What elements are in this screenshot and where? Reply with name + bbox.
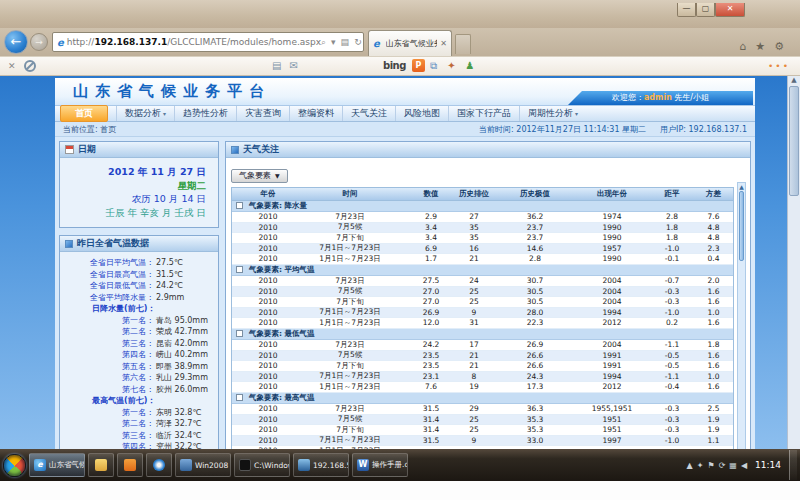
group-checkbox[interactable] bbox=[236, 266, 243, 273]
taskbar-button[interactable]: C:\Windows\s... bbox=[234, 453, 290, 477]
table-row[interactable]: 20107月5候31.42535.31951-0.31.9 bbox=[232, 415, 733, 426]
chevron-down-icon: ▾ bbox=[575, 110, 578, 117]
group-checkbox[interactable] bbox=[236, 202, 243, 209]
table-row[interactable]: 20107月23日27.52430.72004-0.72.0 bbox=[232, 276, 733, 287]
table-scrollbar[interactable]: ▲ bbox=[737, 182, 746, 449]
scrollbar-thumb[interactable] bbox=[789, 86, 799, 196]
browser-tab[interactable]: e 山东省气候业务平... ✕ bbox=[368, 30, 452, 56]
table-row[interactable]: 20107月1日～7月23日6.91614.61957-1.02.3 bbox=[232, 244, 733, 255]
paint-icon[interactable]: ✦ bbox=[447, 60, 455, 72]
browser-scrollbar[interactable]: ▲ bbox=[787, 76, 800, 449]
chevron-down-icon: ▾ bbox=[163, 110, 166, 117]
table-row[interactable]: 20107月5候23.52126.61991-0.51.6 bbox=[232, 351, 733, 362]
back-button[interactable]: ← bbox=[4, 30, 28, 54]
tray-icons: ▲✦⚑⟳▦◀ bbox=[687, 461, 747, 470]
arrow-up-icon[interactable]: ▲ bbox=[687, 461, 693, 470]
favorites-star-icon[interactable]: ★ bbox=[755, 40, 765, 53]
group-checkbox[interactable] bbox=[236, 330, 243, 337]
taskbar-button[interactable]: Win2008 (VS2... bbox=[175, 453, 231, 477]
forward-button[interactable]: → bbox=[30, 33, 48, 51]
table-row[interactable]: 20101月1日～7月23日1.7212.81990-0.10.4 bbox=[232, 254, 733, 265]
maximize-button[interactable]: ▢ bbox=[696, 3, 715, 17]
minimize-button[interactable]: — bbox=[677, 3, 696, 17]
calendar-ganzhi: 壬辰 年 辛亥 月 壬戌 日 bbox=[66, 206, 206, 220]
column-header[interactable]: 出现年份 bbox=[574, 189, 650, 199]
more-options-icon[interactable]: ••• bbox=[768, 61, 790, 71]
username: admin bbox=[644, 93, 672, 102]
chevron-down-icon[interactable]: ▾ bbox=[331, 37, 336, 48]
table-group-row[interactable]: 气象要素: 最低气温 bbox=[232, 329, 733, 341]
new-tab-button[interactable] bbox=[455, 34, 471, 54]
menu-item-整编资料[interactable]: 整编资料 bbox=[289, 106, 342, 121]
main-panel-title: 天气关注 bbox=[243, 143, 279, 156]
table-row[interactable]: 20101月1日～7月23日7.61917.32012-0.41.6 bbox=[232, 382, 733, 393]
network-icon[interactable]: ▦ bbox=[729, 461, 737, 470]
puzzle-addon-icon[interactable]: ♟ bbox=[466, 60, 475, 72]
group-checkbox[interactable] bbox=[236, 394, 243, 401]
menu-item-灾害查询[interactable]: 灾害查询 bbox=[236, 106, 289, 121]
menu-item-天气关注[interactable]: 天气关注 bbox=[342, 106, 395, 121]
table-row[interactable]: 20107月下旬23.52126.61991-0.51.6 bbox=[232, 361, 733, 372]
flag-icon[interactable]: ⚑ bbox=[707, 461, 714, 470]
current-time: 当前时间: 2012年11月27日 11:14:31 星期二 bbox=[479, 124, 646, 135]
column-header[interactable]: 数值 bbox=[410, 189, 452, 199]
photos-icon[interactable]: ⧉ bbox=[430, 60, 437, 72]
taskbar-button[interactable]: W操作手册.docx ... bbox=[352, 453, 408, 477]
show-desktop-button[interactable] bbox=[789, 450, 797, 480]
table-row[interactable]: 20107月1日～7月23日26.9928.01994-1.01.0 bbox=[232, 308, 733, 319]
bing-logo[interactable]: bing bbox=[383, 60, 406, 71]
taskbar-clock[interactable]: 11:14 bbox=[755, 460, 781, 470]
taskbar-button[interactable] bbox=[88, 453, 114, 477]
table-row[interactable]: 20107月下旬31.42535.31951-0.31.9 bbox=[232, 425, 733, 436]
menu-item-首页[interactable]: 首页 bbox=[60, 105, 108, 122]
table-row[interactable]: 20107月1日～7月23日23.1824.31994-1.11.0 bbox=[232, 372, 733, 383]
column-header[interactable]: 距平 bbox=[650, 189, 694, 199]
table-row[interactable]: 20101月1日～7月23日12.03122.320120.21.6 bbox=[232, 318, 733, 329]
tab-close-icon[interactable]: ✕ bbox=[440, 39, 447, 48]
menu-item-趋势性分析[interactable]: 趋势性分析 bbox=[174, 106, 236, 121]
taskbar-button[interactable]: 192.168.59.99... bbox=[293, 453, 349, 477]
security-icon[interactable]: ✦ bbox=[697, 461, 704, 470]
table-row[interactable]: 20107月1日～7月23日31.5933.01997-1.01.1 bbox=[232, 436, 733, 447]
taskbar-button[interactable]: e山东省气候业... bbox=[29, 453, 85, 477]
table-row[interactable]: 20107月5候27.02530.52004-0.31.6 bbox=[232, 287, 733, 298]
table-row[interactable]: 20107月23日24.21726.92004-1.11.8 bbox=[232, 340, 733, 351]
page-icon[interactable]: ▤ bbox=[341, 37, 350, 48]
taskbar-button[interactable] bbox=[146, 453, 172, 477]
close-button[interactable]: ✕ bbox=[715, 3, 745, 17]
bing-badge-icon[interactable]: P bbox=[412, 59, 425, 72]
taskbar-button[interactable] bbox=[117, 453, 143, 477]
settings-gear-icon[interactable]: ⚙ bbox=[774, 40, 784, 53]
taskbar-button-label: C:\Windows\s... bbox=[254, 461, 290, 470]
speaker-icon[interactable]: ◀ bbox=[741, 461, 747, 470]
table-row[interactable]: 20107月23日31.52936.31955,1951-0.32.5 bbox=[232, 404, 733, 415]
menu-item-风险地图[interactable]: 风险地图 bbox=[395, 106, 448, 121]
menu-bar: 首页数据分析▾趋势性分析灾害查询整编资料天气关注风险地图国家下行产品周期性分析▾ bbox=[55, 105, 755, 122]
table-group-row[interactable]: 气象要素: 平均气温 bbox=[232, 265, 733, 277]
menu-item-周期性分析[interactable]: 周期性分析▾ bbox=[519, 106, 586, 121]
element-filter-button[interactable]: 气象要素▼ bbox=[231, 169, 288, 183]
update-icon[interactable]: ⟳ bbox=[719, 461, 726, 470]
address-bar[interactable]: e http://192.168.137.1/GLCCLIMATE/module… bbox=[52, 32, 364, 52]
table-group-row[interactable]: 气象要素: 降水量 bbox=[232, 201, 733, 213]
column-header[interactable]: 年份 bbox=[246, 189, 290, 199]
column-header[interactable]: 历史排位 bbox=[452, 189, 496, 199]
table-row[interactable]: 20107月下旬3.43523.719901.84.8 bbox=[232, 233, 733, 244]
card-icon[interactable]: ▤ bbox=[272, 60, 281, 71]
column-header[interactable]: 方差 bbox=[694, 189, 733, 199]
refresh-icon[interactable]: ↻ bbox=[354, 37, 362, 48]
column-header[interactable]: 历史极值 bbox=[496, 189, 574, 199]
column-header[interactable]: 时间 bbox=[290, 189, 410, 199]
menu-item-数据分析[interactable]: 数据分析▾ bbox=[116, 106, 174, 121]
search-icon[interactable]: ⌕ bbox=[321, 37, 326, 48]
table-row[interactable]: 20107月下旬27.02530.52004-0.31.6 bbox=[232, 297, 733, 308]
menu-item-国家下行产品[interactable]: 国家下行产品 bbox=[448, 106, 519, 121]
table-row[interactable]: 20107月23日2.92736.219742.87.6 bbox=[232, 212, 733, 223]
mail-icon[interactable]: ✉ bbox=[289, 60, 297, 71]
close-addon-icon[interactable]: ✕ bbox=[8, 61, 16, 71]
scrollbar-thumb[interactable] bbox=[739, 191, 744, 261]
start-button[interactable] bbox=[3, 454, 26, 477]
table-row[interactable]: 20107月5候3.43523.719901.84.8 bbox=[232, 223, 733, 234]
table-group-row[interactable]: 气象要素: 最高气温 bbox=[232, 393, 733, 405]
home-icon[interactable]: ⌂ bbox=[739, 40, 746, 53]
